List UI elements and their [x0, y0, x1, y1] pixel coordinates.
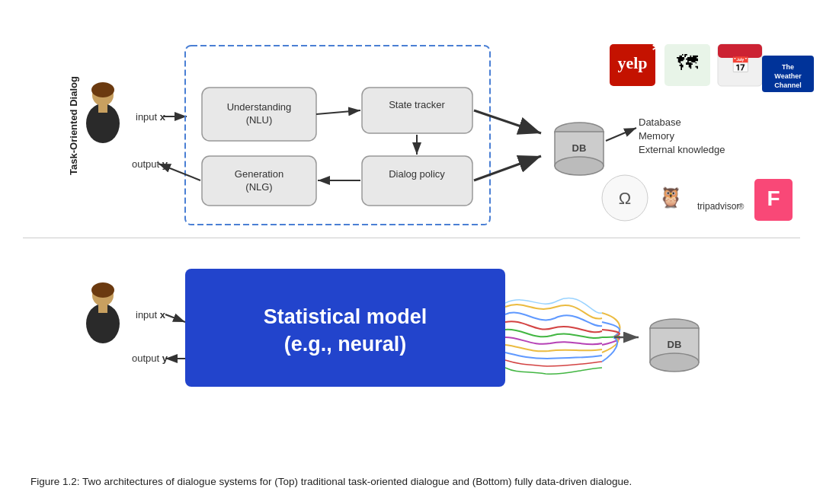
svg-point-71 — [650, 353, 699, 372]
svg-line-22 — [474, 110, 541, 133]
svg-text:Memory: Memory — [639, 130, 674, 142]
svg-text:Dialog policy: Dialog policy — [389, 168, 445, 180]
section-divider — [23, 238, 800, 238]
svg-text:(NLU): (NLU) — [246, 114, 273, 126]
svg-text:(NLG): (NLG) — [245, 181, 272, 193]
svg-text:output y: output y — [132, 158, 168, 170]
svg-text:🗺: 🗺 — [677, 51, 698, 75]
svg-text:DB: DB — [572, 142, 587, 154]
bottom-section: Fully data-driven input x output y Stati… — [23, 246, 800, 406]
svg-rect-3 — [98, 104, 107, 113]
svg-line-23 — [474, 156, 541, 180]
svg-text:F: F — [767, 187, 780, 210]
svg-text:yelp: yelp — [617, 53, 647, 72]
svg-text:DB: DB — [668, 339, 682, 350]
svg-point-26 — [555, 157, 604, 175]
svg-text:Understanding: Understanding — [227, 101, 292, 113]
svg-text:input x: input x — [136, 111, 166, 123]
svg-text:Statistical model: Statistical model — [264, 305, 428, 328]
svg-text:✲: ✲ — [652, 41, 661, 54]
svg-line-63 — [165, 314, 185, 322]
svg-text:The: The — [782, 63, 794, 71]
svg-text:🦉: 🦉 — [658, 185, 684, 209]
main-container: Task-Oriented Dialog input x output y — [0, 0, 823, 504]
svg-text:Database: Database — [639, 116, 681, 128]
svg-line-18 — [316, 110, 360, 114]
top-diagram-svg: input x output y Understanding (NLU) Sta… — [46, 15, 815, 236]
top-section: Task-Oriented Dialog input x output y — [23, 15, 800, 236]
svg-point-1 — [91, 82, 114, 97]
svg-text:State tracker: State tracker — [389, 99, 445, 110]
svg-line-28 — [606, 128, 636, 141]
svg-text:®: ® — [738, 203, 745, 211]
svg-text:(e.g., neural): (e.g., neural) — [284, 333, 407, 356]
svg-rect-60 — [98, 304, 107, 313]
svg-rect-11 — [362, 88, 472, 133]
svg-rect-13 — [362, 156, 472, 206]
svg-line-21 — [159, 164, 200, 180]
svg-text:Weather: Weather — [774, 72, 802, 80]
svg-point-58 — [91, 282, 114, 298]
svg-text:📅: 📅 — [731, 56, 750, 74]
svg-text:input x: input x — [136, 309, 166, 321]
svg-text:External knowledge: External knowledge — [639, 144, 725, 155]
svg-text:Channel: Channel — [774, 81, 802, 89]
svg-text:output y: output y — [132, 352, 168, 364]
svg-text:tripadvisor: tripadvisor — [697, 201, 739, 212]
svg-text:Ω: Ω — [619, 189, 631, 208]
caption: Figure 1.2: Two architectures of dialogu… — [30, 474, 793, 490]
svg-text:Generation: Generation — [235, 168, 283, 180]
bottom-diagram-svg: Fully data-driven input x output y Stati… — [46, 246, 815, 406]
